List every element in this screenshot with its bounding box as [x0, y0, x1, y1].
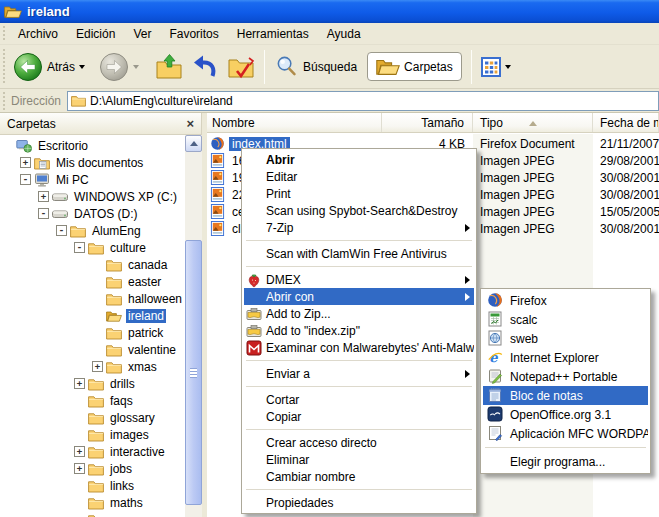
tree-item-label: canada [126, 258, 169, 272]
menu-item-enviar-a[interactable]: Enviar a [244, 365, 474, 382]
tree-item-images[interactable]: images [0, 426, 185, 443]
tree-item-escritorio[interactable]: Escritorio [0, 137, 185, 154]
menubar-item-favoritos[interactable]: Favoritos [160, 23, 227, 44]
tree-item-canada[interactable]: canada [0, 256, 185, 273]
scroll-up-button[interactable] [185, 135, 202, 152]
views-dropdown-icon[interactable] [505, 65, 511, 72]
menu-item-eliminar[interactable]: Eliminar [244, 451, 474, 468]
column-header-nombre[interactable]: Nombre [207, 113, 382, 132]
menu-item-cambiar-nombre[interactable]: Cambiar nombre [244, 468, 474, 485]
tree-item-links[interactable]: links [0, 477, 185, 494]
menubar-item-ver[interactable]: Ver [124, 23, 160, 44]
tree-item-label: DATOS (D:) [72, 207, 140, 221]
search-button[interactable]: Búsqueda [270, 52, 361, 81]
menu-item-scan-with-clamwin-free-antivirus[interactable]: Scan with ClamWin Free Antivirus [244, 245, 474, 262]
expand-toggle-icon[interactable]: + [20, 157, 31, 168]
collapse-toggle-icon[interactable]: - [56, 225, 67, 236]
tree-item-jobs[interactable]: +jobs [0, 460, 185, 477]
menu-item-elegir-programa[interactable]: Elegir programa... [483, 452, 648, 471]
folder-icon [88, 394, 104, 408]
tree-item-datos-d[interactable]: -DATOS (D:) [0, 205, 185, 222]
menu-item-print[interactable]: Print [244, 185, 474, 202]
tree-item-mis-documentos[interactable]: +Mis documentos [0, 154, 185, 171]
menu-item-sweb[interactable]: sweb [483, 329, 648, 348]
address-bar: Dirección D:\AlumEng\culture\ireland [0, 89, 659, 113]
tree-item-maths[interactable]: maths [0, 494, 185, 511]
menu-item-copiar[interactable]: Copiar [244, 408, 474, 425]
tree-item-interactive[interactable]: +interactive [0, 443, 185, 460]
menu-item-scalc[interactable]: scalc [483, 310, 648, 329]
collapse-toggle-icon[interactable]: - [20, 174, 31, 185]
menu-item-editar[interactable]: Editar [244, 168, 474, 185]
tree-scrollbar[interactable] [185, 135, 202, 517]
tree-item-halloween[interactable]: halloween [0, 290, 185, 307]
menu-item-label: 7-Zip [266, 221, 293, 235]
menu-item-label: Bloc de notas [510, 389, 583, 403]
expand-toggle-icon[interactable]: + [74, 378, 85, 389]
menu-item-propiedades[interactable]: Propiedades [244, 494, 474, 511]
column-header-fecha-de-m[interactable]: Fecha de m [593, 113, 659, 132]
column-header-tipo[interactable]: Tipo [473, 113, 593, 132]
tree-item-easter[interactable]: easter [0, 273, 185, 290]
addressbar-grip[interactable] [2, 92, 7, 110]
menu-item-abrir-con[interactable]: Abrir con [244, 288, 474, 305]
column-header-tama-o[interactable]: Tamaño [382, 113, 473, 132]
menubar-item-edici-n[interactable]: Edición [67, 23, 124, 44]
menu-item-notepad-portable[interactable]: Notepad++ Portable [483, 367, 648, 386]
menu-item-cortar[interactable]: Cortar [244, 391, 474, 408]
menu-item-bloc-de-notas[interactable]: Bloc de notas [483, 386, 648, 405]
collapse-toggle-icon[interactable]: - [38, 208, 49, 219]
tree-item-mi-pc[interactable]: -Mi PC [0, 171, 185, 188]
tree-item-culture[interactable]: -culture [0, 239, 185, 256]
menu-item-add-to-zip[interactable]: Add to Zip... [244, 305, 474, 322]
menu-item-openoffice-org-3-1[interactable]: OpenOffice.org 3.1 [483, 405, 648, 424]
address-input[interactable]: D:\AlumEng\culture\ireland [67, 91, 659, 111]
title-bar[interactable]: ireland [0, 0, 659, 23]
views-button[interactable] [477, 55, 515, 79]
menu-item-dmex[interactable]: DMEX [244, 271, 474, 288]
tree-item-alumeng[interactable]: -AlumEng [0, 222, 185, 239]
check-folder-button[interactable] [223, 51, 259, 83]
menubar-item-herramientas[interactable]: Herramientas [228, 23, 318, 44]
tree-item-label: halloween [126, 292, 184, 306]
tree-item-glossary[interactable]: glossary [0, 409, 185, 426]
expand-toggle-icon[interactable]: + [38, 191, 49, 202]
tree-item-label: images [108, 428, 151, 442]
menubar-item-ayuda[interactable]: Ayuda [318, 23, 370, 44]
menu-item-firefox[interactable]: Firefox [483, 291, 648, 310]
tree-item-ireland[interactable]: ireland [0, 307, 185, 324]
menu-item-examinar-con-malwarebytes-anti-malware[interactable]: Examinar con Malwarebytes' Anti-Malware [244, 339, 474, 356]
back-dropdown-icon[interactable] [79, 65, 85, 72]
tree-item-valentine[interactable]: valentine [0, 341, 185, 358]
tree-item-drills[interactable]: +drills [0, 375, 185, 392]
menu-item-add-to-index-zip[interactable]: Add to "index.zip" [244, 322, 474, 339]
jpeg-file-icon [210, 187, 225, 202]
menu-item-abrir[interactable]: Abrir [244, 151, 474, 168]
expand-toggle-icon[interactable]: + [74, 463, 85, 474]
up-folder-button[interactable] [151, 51, 187, 83]
forward-button[interactable] [95, 50, 143, 84]
menu-item-aplicaci-n-mfc-wordpad[interactable]: Aplicación MFC WORDPAD [483, 424, 648, 443]
tree-item-patrick[interactable]: patrick [0, 324, 185, 341]
tree-item-folder[interactable] [0, 511, 185, 517]
menu-item-scan-using-spybot-search-destroy[interactable]: Scan using Spybot-Search&Destroy [244, 202, 474, 219]
menu-item-7-zip[interactable]: 7-Zip [244, 219, 474, 236]
menu-item-internet-explorer[interactable]: eInternet Explorer [483, 348, 648, 367]
menubar-item-archivo[interactable]: Archivo [9, 23, 67, 44]
back-button[interactable]: Atrás [9, 50, 89, 84]
folders-button[interactable]: Carpetas [367, 52, 462, 81]
collapse-toggle-icon[interactable]: - [74, 242, 85, 253]
up-folder-icon [155, 53, 183, 81]
undo-button[interactable] [187, 51, 223, 83]
menubar-grip[interactable] [2, 26, 7, 41]
expand-toggle-icon[interactable]: + [92, 361, 103, 372]
tree-item-faqs[interactable]: faqs [0, 392, 185, 409]
tree-item-windows-xp-c[interactable]: +WINDOWS XP (C:) [0, 188, 185, 205]
expand-toggle-icon[interactable]: + [74, 446, 85, 457]
menu-item-crear-acceso-directo[interactable]: Crear acceso directo [244, 434, 474, 451]
toolbar-grip[interactable] [2, 49, 7, 85]
close-icon[interactable] [186, 117, 194, 130]
scrollbar-thumb[interactable] [185, 240, 202, 505]
submenu-arrow-icon [465, 370, 470, 378]
tree-item-xmas[interactable]: +xmas [0, 358, 185, 375]
